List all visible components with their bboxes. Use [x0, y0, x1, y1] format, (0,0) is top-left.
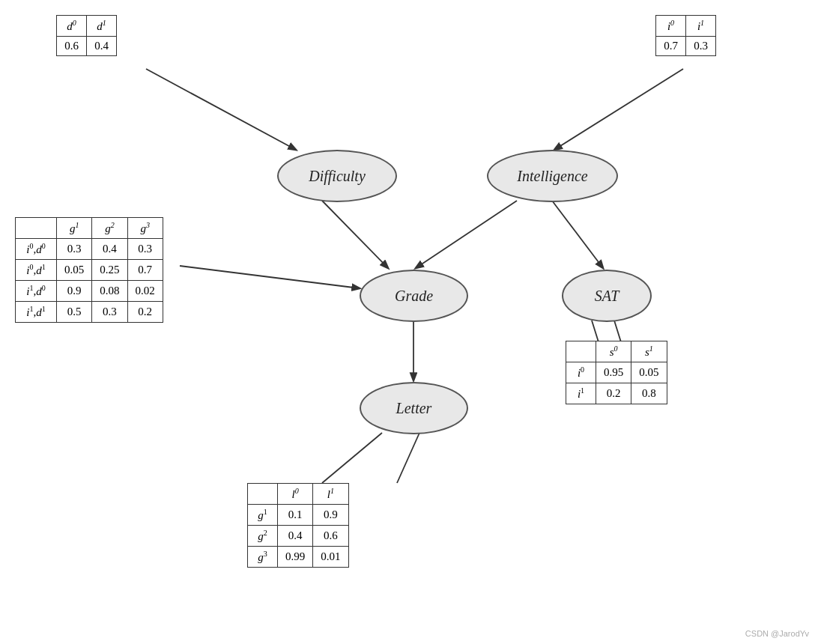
letter-row2-l1: 0.6	[313, 526, 348, 547]
d1-val: 0.4	[87, 37, 117, 56]
sat-label: SAT	[595, 288, 619, 305]
letter-label: Letter	[396, 400, 432, 417]
letter-row3-label: g3	[248, 547, 278, 568]
grade-row2-label: i0,d1	[16, 260, 57, 281]
grade-row3-g2: 0.08	[92, 281, 127, 302]
l1-header: l1	[313, 484, 348, 505]
letter-row2-l0: 0.4	[278, 526, 313, 547]
grade-row4-g2: 0.3	[92, 302, 127, 323]
grade-row2-g3: 0.7	[127, 260, 163, 281]
grade-row1-g1: 0.3	[57, 239, 92, 260]
i0-header: i0	[656, 16, 686, 37]
d0-header: d0	[57, 16, 87, 37]
intelligence-node: Intelligence	[487, 150, 618, 202]
grade-row1-label: i0,d0	[16, 239, 57, 260]
grade-row1-g3: 0.3	[127, 239, 163, 260]
grade-row3-g3: 0.02	[127, 281, 163, 302]
intelligence-table: i0 i1 0.7 0.3	[655, 15, 716, 56]
grade-row3-label: i1,d0	[16, 281, 57, 302]
svg-line-6	[322, 433, 382, 483]
grade-row4-g3: 0.2	[127, 302, 163, 323]
grade-row2-g1: 0.05	[57, 260, 92, 281]
letter-row1-l1: 0.9	[313, 505, 348, 526]
letter-row2-label: g2	[248, 526, 278, 547]
grade-row3-g1: 0.9	[57, 281, 92, 302]
sat-node: SAT	[562, 270, 652, 322]
sat-table: s0 s1 i0 0.95 0.05 i1 0.2 0.8	[566, 341, 667, 404]
svg-line-7	[397, 433, 419, 483]
sat-row1-label: i0	[566, 362, 596, 383]
letter-node: Letter	[360, 382, 468, 434]
letter-row1-l0: 0.1	[278, 505, 313, 526]
intelligence-label: Intelligence	[517, 168, 587, 185]
s0-header: s0	[596, 341, 631, 362]
svg-line-4	[552, 201, 603, 268]
svg-line-0	[146, 69, 296, 150]
svg-line-3	[416, 201, 517, 268]
sat-row2-s0: 0.2	[596, 383, 631, 404]
sat-row2-s1: 0.8	[631, 383, 667, 404]
grade-table: g1 g2 g3 i0,d0 0.3 0.4 0.3 i0,d1 0.05 0.…	[15, 217, 163, 323]
grade-row4-label: i1,d1	[16, 302, 57, 323]
grade-node: Grade	[360, 270, 468, 322]
g2-header: g2	[92, 218, 127, 239]
grade-row2-g2: 0.25	[92, 260, 127, 281]
letter-row1-label: g1	[248, 505, 278, 526]
s1-header: s1	[631, 341, 667, 362]
difficulty-label: Difficulty	[309, 168, 366, 185]
svg-line-2	[322, 201, 388, 268]
watermark: CSDN @JarodYv	[745, 629, 809, 638]
letter-table: l0 l1 g1 0.1 0.9 g2 0.4 0.6 g3 0.99 0.01	[247, 483, 349, 568]
difficulty-table: d0 d1 0.6 0.4	[56, 15, 117, 56]
i1-val: 0.3	[686, 37, 716, 56]
g3-header: g3	[127, 218, 163, 239]
d0-val: 0.6	[57, 37, 87, 56]
grade-row1-g2: 0.4	[92, 239, 127, 260]
difficulty-node: Difficulty	[277, 150, 397, 202]
sat-row2-label: i1	[566, 383, 596, 404]
i1-header: i1	[686, 16, 716, 37]
letter-row3-l1: 0.01	[313, 547, 348, 568]
sat-row1-s0: 0.95	[596, 362, 631, 383]
l0-header: l0	[278, 484, 313, 505]
grade-label: Grade	[395, 288, 433, 305]
g1-header: g1	[57, 218, 92, 239]
i0-val: 0.7	[656, 37, 686, 56]
diagram: Difficulty Intelligence Grade SAT Letter…	[0, 0, 815, 644]
svg-line-8	[180, 266, 360, 288]
sat-row1-s1: 0.05	[631, 362, 667, 383]
d1-header: d1	[87, 16, 117, 37]
svg-line-1	[554, 69, 683, 150]
letter-row3-l0: 0.99	[278, 547, 313, 568]
grade-row4-g1: 0.5	[57, 302, 92, 323]
